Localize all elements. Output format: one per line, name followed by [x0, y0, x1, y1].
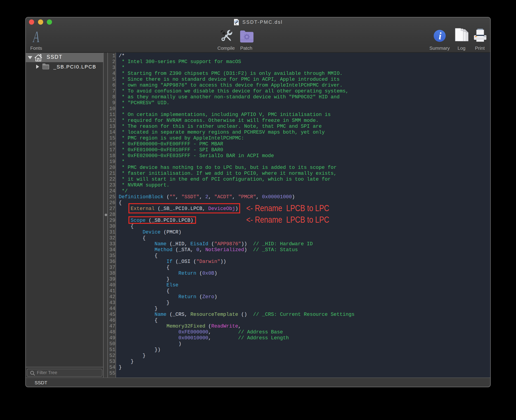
svg-text:i: i	[439, 30, 442, 42]
svg-text:DSL: DSL	[235, 24, 238, 25]
